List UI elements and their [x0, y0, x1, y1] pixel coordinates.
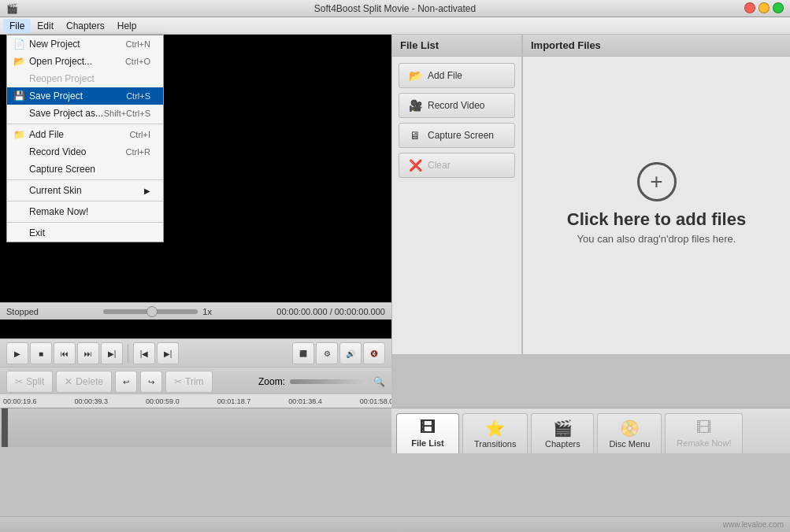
- menu-save-project[interactable]: 💾 Save Project Ctrl+S: [7, 87, 163, 105]
- capture-screen-label: Capture Screen: [29, 164, 95, 175]
- playback-controls: ▶ ■ ⏮ ⏭ ▶| |◀ ▶| ⬛ ⚙ 🔊 🔇: [0, 338, 391, 368]
- status-label: Stopped: [6, 307, 39, 316]
- tab-transitions[interactable]: ⭐ Transitions: [462, 413, 528, 453]
- record-video-button[interactable]: 🎥 Record Video: [399, 93, 515, 118]
- maximize-button[interactable]: [773, 2, 784, 13]
- imported-panel: Imported Files + Click here to add files…: [522, 35, 790, 354]
- add-file-button[interactable]: 📂 Add File: [399, 63, 515, 88]
- time-display: 00:00:00.000 / 00:00:00.000: [276, 307, 385, 316]
- current-skin-label: Current Skin: [29, 185, 82, 196]
- delete-button[interactable]: ✕ Delete: [56, 371, 112, 393]
- menu-capture-screen[interactable]: Capture Screen: [7, 161, 163, 178]
- separator-3: [7, 201, 163, 201]
- title-bar: 🎬 Soft4Boost Split Movie - Non-activated: [0, 0, 790, 17]
- menu-remake-now[interactable]: Remake Now!: [7, 203, 163, 220]
- reopen-project-icon: [12, 72, 26, 86]
- stop-button[interactable]: ■: [30, 342, 52, 364]
- save-project-label: Save Project: [29, 91, 83, 102]
- capture-screen-btn-icon: 🖥: [407, 127, 423, 143]
- status-bar: www.levaloe.com: [0, 516, 790, 532]
- file-dropdown-menu: 📄 New Project Ctrl+N 📂 Open Project... C…: [6, 35, 164, 242]
- menu-save-project-as[interactable]: Save Project as... Shift+Ctrl+S: [7, 105, 163, 122]
- undo-button[interactable]: ↩: [115, 371, 137, 393]
- imported-title: Imported Files: [523, 35, 790, 57]
- timeline-mark-4: 00:01:18.7: [217, 397, 251, 405]
- redo-button[interactable]: ↪: [140, 371, 162, 393]
- tab-chapters[interactable]: 🎬 Chapters: [531, 413, 594, 453]
- mark-in-button[interactable]: |◀: [133, 342, 155, 364]
- timeline-handle[interactable]: [2, 408, 8, 447]
- clear-button[interactable]: ❌ Clear: [399, 153, 515, 178]
- add-file-btn-label: Add File: [428, 70, 462, 81]
- chapters-tab-label: Chapters: [545, 439, 580, 449]
- trim-icon: ✂: [174, 376, 182, 387]
- play-button[interactable]: ▶: [6, 342, 28, 364]
- imported-content: + Click here to add files You can also d…: [523, 57, 790, 349]
- menu-help[interactable]: Help: [111, 19, 143, 33]
- settings-button[interactable]: ⚙: [316, 342, 338, 364]
- clear-btn-icon: ❌: [407, 157, 423, 173]
- mute-button[interactable]: 🔇: [363, 342, 385, 364]
- separator-1: [7, 124, 163, 124]
- drag-drop-text: You can also drag'n'drop files here.: [577, 233, 736, 245]
- timeline-ruler: 00:00:19.6 00:00:39.3 00:00:59.0 00:01:1…: [0, 393, 391, 408]
- next-frame-button[interactable]: ⏭: [77, 342, 99, 364]
- file-list-tab-icon: 🎞: [420, 419, 436, 437]
- transitions-tab-label: Transitions: [474, 439, 516, 449]
- zoom-slider[interactable]: [290, 379, 369, 384]
- timeline-mark-2: 00:00:39.3: [75, 397, 109, 405]
- menu-new-project[interactable]: 📄 New Project Ctrl+N: [7, 35, 163, 53]
- app-icon: 🎬: [6, 3, 18, 14]
- scrub-track[interactable]: [103, 309, 198, 314]
- speed-label: 1x: [202, 307, 212, 316]
- menu-chapters[interactable]: Chapters: [60, 19, 111, 33]
- aspect-ratio-button[interactable]: ⬛: [292, 342, 314, 364]
- capture-screen-button[interactable]: 🖥 Capture Screen: [399, 123, 515, 148]
- menu-open-project[interactable]: 📂 Open Project... Ctrl+O: [7, 53, 163, 70]
- add-circle-icon[interactable]: +: [637, 162, 677, 201]
- window-title: Soft4Boost Split Movie - Non-activated: [314, 3, 476, 14]
- remake-now-label: Remake Now!: [29, 206, 88, 217]
- menu-add-file[interactable]: 📁 Add File Ctrl+I: [7, 126, 163, 143]
- file-list-tab-label: File List: [411, 438, 444, 448]
- volume-button[interactable]: 🔊: [339, 342, 362, 364]
- menu-edit[interactable]: Edit: [31, 19, 60, 33]
- open-project-icon: 📂: [12, 54, 26, 68]
- tab-file-list[interactable]: 🎞 File List: [396, 413, 459, 453]
- menu-reopen-project: Reopen Project: [7, 70, 163, 87]
- disc-menu-tab-label: Disc Menu: [609, 439, 650, 449]
- add-file-icon: 📁: [12, 127, 26, 142]
- mark-out-button[interactable]: ▶|: [157, 342, 179, 364]
- menu-record-video[interactable]: Record Video Ctrl+R: [7, 143, 163, 161]
- remake-now-tab-label: Remake Now!: [677, 438, 731, 448]
- split-button[interactable]: ✂ Split: [6, 371, 53, 393]
- close-button[interactable]: [744, 2, 755, 13]
- remake-now-tab-icon: 🎞: [696, 419, 712, 437]
- timeline-mark-5: 00:01:38.4: [288, 397, 322, 405]
- next-button[interactable]: ▶|: [101, 342, 123, 364]
- open-project-label: Open Project...: [29, 56, 92, 67]
- trim-button[interactable]: ✂ Trim: [165, 371, 213, 393]
- split-icon: ✂: [15, 376, 23, 387]
- timeline-mark-6: 00:01:58.0: [360, 397, 391, 405]
- timeline-mark-3: 00:00:59.0: [146, 397, 180, 405]
- tab-disc-menu[interactable]: 📀 Disc Menu: [597, 413, 662, 453]
- minimize-button[interactable]: [758, 2, 770, 13]
- prev-frame-button[interactable]: ⏮: [54, 342, 76, 364]
- record-video-label: Record Video: [29, 146, 87, 157]
- scrubber[interactable]: 1x: [103, 307, 212, 316]
- new-project-shortcut: Ctrl+N: [126, 39, 150, 49]
- delete-label: Delete: [76, 376, 103, 387]
- menu-file[interactable]: File: [3, 19, 31, 33]
- scrub-thumb[interactable]: [147, 306, 158, 317]
- file-list-title: File List: [392, 35, 521, 57]
- exit-label: Exit: [29, 227, 45, 238]
- click-here-text: Click here to add files: [567, 209, 746, 230]
- save-project-icon: 💾: [12, 89, 26, 103]
- timeline-track[interactable]: [0, 408, 391, 447]
- menu-exit[interactable]: Exit: [7, 224, 163, 242]
- tab-remake-now[interactable]: 🎞 Remake Now!: [665, 413, 743, 453]
- menu-bar: File Edit Chapters Help: [0, 17, 790, 35]
- reopen-project-label: Reopen Project: [29, 73, 95, 84]
- menu-current-skin[interactable]: Current Skin ▶: [7, 182, 163, 199]
